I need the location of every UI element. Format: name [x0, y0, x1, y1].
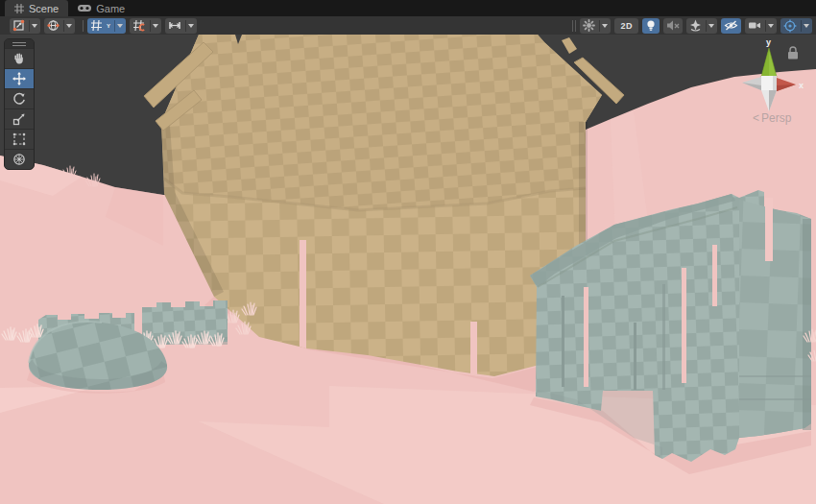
scene-visibility-button[interactable] [721, 18, 741, 34]
tab-scene[interactable]: Scene [5, 0, 68, 16]
hand-icon [12, 52, 26, 65]
grid-axis-label: Y [107, 23, 110, 29]
audio-muted-icon [666, 19, 680, 32]
overlay-drag-handle[interactable] [5, 39, 34, 48]
move-icon [12, 72, 26, 85]
grid-visibility-dropdown[interactable] [114, 20, 123, 32]
2d-label: 2D [617, 21, 636, 31]
wall-gap [300, 240, 306, 348]
increment-snapping-button[interactable] [165, 18, 197, 34]
gamepad-icon [78, 4, 91, 12]
pivot-mode-button[interactable] [10, 18, 40, 34]
rotate-tool-button[interactable] [5, 88, 34, 108]
effects-button[interactable] [686, 18, 717, 34]
grid-y-icon [90, 19, 104, 32]
2d-toggle-button[interactable]: 2D [614, 18, 638, 34]
grid-snap-icon [132, 19, 146, 32]
rect-tool-button[interactable] [5, 129, 34, 149]
transform-icon [12, 153, 26, 166]
effects-icon [689, 19, 702, 32]
grid-snapping-button[interactable] [130, 18, 161, 34]
eye-slash-icon [724, 19, 738, 32]
projection-label[interactable]: Persp [761, 111, 792, 125]
scene-view-toolbar: Y [0, 16, 816, 35]
camera-settings-dropdown[interactable] [765, 20, 774, 32]
light-bulb-icon [645, 19, 657, 32]
pivot-icon [12, 19, 25, 32]
tab-game[interactable]: Game [68, 0, 134, 16]
toolbar-separator-right2 [575, 20, 576, 32]
transform-tool-button[interactable] [5, 149, 34, 169]
orientation-dropdown[interactable] [63, 20, 72, 32]
pivot-dropdown[interactable] [29, 20, 37, 32]
grid-visibility-button[interactable]: Y [87, 18, 126, 34]
scale-icon [12, 112, 26, 126]
toolbar-separator-right [572, 20, 573, 32]
rotate-icon [12, 92, 26, 106]
increment-snap-icon [168, 19, 181, 32]
move-tool-button[interactable] [5, 68, 34, 88]
camera-settings-button[interactable] [745, 18, 777, 34]
gizmos-icon [783, 19, 797, 33]
view-tool-button[interactable] [5, 48, 34, 68]
grid-snapping-dropdown[interactable] [150, 20, 158, 32]
increment-snapping-dropdown[interactable] [185, 20, 194, 32]
effects-dropdown[interactable] [706, 20, 714, 32]
scene-3d-render [0, 35, 816, 504]
toolbar-separator [83, 20, 84, 32]
lock-icon[interactable] [788, 47, 798, 60]
scene-grid-icon [14, 4, 24, 13]
rect-icon [12, 132, 26, 146]
tab-game-label: Game [96, 3, 125, 14]
handle-orientation-button[interactable] [44, 18, 75, 34]
draw-mode-icon [583, 19, 595, 32]
draw-mode-button[interactable] [580, 18, 611, 34]
gizmo-x-label: x [799, 81, 804, 90]
tools-overlay [4, 38, 35, 170]
scene-lighting-button[interactable] [642, 18, 660, 34]
scale-tool-button[interactable] [5, 108, 34, 129]
projection-arrow[interactable]: < [753, 111, 759, 125]
gizmos-dropdown[interactable] [801, 20, 809, 32]
gizmos-button[interactable] [780, 18, 812, 34]
draw-mode-dropdown[interactable] [599, 20, 608, 32]
globe-icon [47, 19, 60, 32]
tab-scene-label: Scene [29, 3, 59, 14]
gizmo-y-label: y [766, 37, 771, 47]
tab-bar: Scene Game [0, 0, 816, 16]
orientation-gizmo[interactable]: y x < [732, 36, 816, 136]
scene-audio-button[interactable] [663, 18, 683, 34]
wall-gap [470, 322, 477, 376]
unity-scene-view-window: Scene Game [0, 0, 816, 504]
camera-icon [748, 19, 761, 32]
scene-viewport[interactable]: y x < [0, 35, 816, 504]
